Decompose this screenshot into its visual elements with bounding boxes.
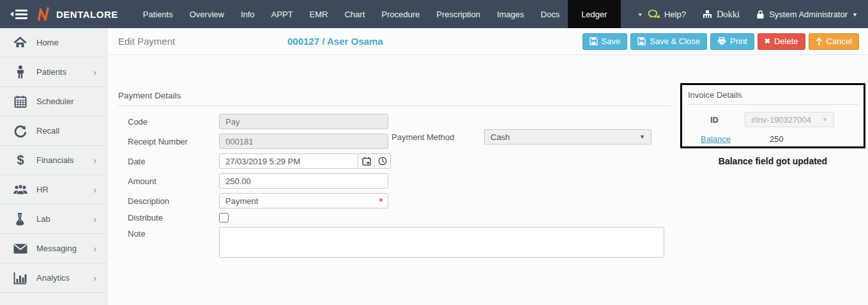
tab-images[interactable]: Images: [489, 0, 533, 28]
description-field-row: Description *: [118, 193, 868, 208]
date-input[interactable]: [219, 153, 358, 169]
dropdown-caret-icon: ▼: [822, 116, 828, 123]
sidebar-item-hr[interactable]: HR ›: [0, 175, 107, 205]
calendar-icon: [12, 95, 28, 108]
logo-zigzag-icon: [37, 6, 50, 22]
help-menu[interactable]: Help?: [648, 10, 686, 19]
print-button-label: Print: [730, 36, 747, 46]
tab-patients[interactable]: Patients: [135, 0, 181, 28]
save-and-close-button-label: Save & Close: [650, 36, 700, 46]
submenu-chevron-icon: ›: [93, 185, 96, 194]
delete-button[interactable]: ✖ Delete: [758, 33, 805, 50]
action-buttons: Save Save & Close Print ✖ Delete Cancel: [582, 33, 859, 50]
sidebar-item-label: Recall: [36, 126, 59, 136]
description-input[interactable]: [219, 193, 388, 208]
submenu-chevron-icon: ›: [93, 155, 96, 165]
submenu-chevron-icon: ›: [93, 214, 96, 224]
note-textarea[interactable]: [219, 227, 664, 258]
balance-link[interactable]: Balance: [701, 134, 745, 144]
cancel-button-label: Cancel: [826, 36, 852, 46]
payment-method-field-row: Payment Method Cash ▼: [392, 129, 651, 145]
note-label: Note: [118, 227, 219, 239]
save-button[interactable]: Save: [582, 33, 628, 50]
sidebar-item-label: Lab: [36, 214, 50, 224]
brand-name: DENTALORE: [56, 9, 118, 20]
tab-info[interactable]: Info: [232, 0, 263, 28]
payment-method-value: Cash: [491, 132, 510, 142]
tab-prescription[interactable]: Prescription: [428, 0, 489, 28]
nav-more-caret-icon[interactable]: ▾: [639, 0, 642, 28]
tab-appt[interactable]: APPT: [263, 0, 301, 28]
patient-record-link[interactable]: 000127 / Aser Osama: [287, 36, 383, 47]
sidebar-item-scheduler[interactable]: Scheduler: [0, 87, 107, 116]
page-title: Edit Payment: [118, 36, 175, 47]
sidebar-item-patients[interactable]: Patients ›: [0, 58, 107, 87]
balance-value: 250: [770, 134, 784, 144]
code-label: Code: [118, 117, 219, 127]
sidebar-collapse-icon[interactable]: [0, 0, 37, 28]
section-title-payment-details: Payment Details: [118, 88, 671, 106]
svg-text:$: $: [17, 153, 24, 167]
code-input: [219, 114, 388, 129]
calendar-picker-button[interactable]: [358, 154, 374, 168]
content-header: Edit Payment 000127 / Aser Osama Save Sa…: [107, 28, 868, 55]
annotation-balance-updated: Balance field got updated: [680, 156, 865, 166]
sidebar-item-label: Scheduler: [36, 97, 74, 106]
home-icon: [12, 36, 28, 49]
tab-ledger[interactable]: Ledger: [568, 0, 620, 28]
save-and-close-button[interactable]: Save & Close: [630, 33, 707, 50]
description-label: Description: [118, 196, 219, 206]
time-picker-button[interactable]: [374, 154, 390, 168]
invoice-details-panel: Invoice Details ID #Inv-190327004 ▼ Bala…: [680, 83, 865, 148]
sidebar-item-recall[interactable]: Recall: [0, 116, 107, 146]
receipt-number-label: Receipt Number: [118, 137, 219, 146]
amount-label: Amount: [118, 176, 219, 186]
amount-field-row: Amount: [118, 173, 868, 189]
dollar-icon: $: [12, 153, 28, 168]
content-area: Edit Payment 000127 / Aser Osama Save Sa…: [107, 28, 868, 305]
dropdown-caret-icon: ▼: [639, 134, 645, 140]
submenu-chevron-icon: ›: [93, 67, 96, 77]
flask-icon: [12, 212, 28, 226]
cancel-button[interactable]: Cancel: [809, 33, 859, 50]
sidebar-item-lab[interactable]: Lab ›: [0, 205, 107, 234]
topbar-right-cluster: Help? Dokki System Administrator ▾: [648, 0, 868, 28]
distribute-checkbox[interactable]: [219, 213, 229, 223]
user-menu-caret-icon: ▾: [853, 11, 857, 18]
save-disk-icon: [637, 37, 646, 45]
sidebar-item-label: Home: [36, 38, 59, 47]
sidebar-item-home[interactable]: Home: [0, 28, 107, 58]
print-button[interactable]: Print: [710, 33, 754, 50]
invoice-id-value: #Inv-190327004: [751, 115, 811, 125]
amount-input[interactable]: [219, 173, 388, 189]
required-asterisk-icon: *: [379, 196, 383, 207]
sidebar-item-label: Messaging: [36, 244, 77, 253]
receipt-number-input: [219, 134, 388, 149]
tab-procedure[interactable]: Procedure: [373, 0, 428, 28]
clock-icon: [378, 157, 387, 166]
delete-button-label: Delete: [774, 36, 798, 46]
calendar-icon: [362, 157, 371, 166]
tab-docs[interactable]: Docs: [533, 0, 568, 28]
sidebar-item-analytics[interactable]: Analytics ›: [0, 263, 107, 293]
help-label: Help?: [664, 10, 686, 19]
invoice-details-title: Invoice Details: [687, 88, 858, 105]
date-label: Date: [118, 157, 219, 166]
clinic-selector[interactable]: Dokki: [703, 9, 740, 20]
tab-chart[interactable]: Chart: [336, 0, 373, 28]
tab-overview[interactable]: Overview: [181, 0, 232, 28]
user-menu[interactable]: System Administrator ▾: [756, 10, 857, 19]
tab-emr[interactable]: EMR: [301, 0, 337, 28]
user-name: System Administrator: [769, 10, 848, 19]
invoice-id-dropdown: #Inv-190327004 ▼: [745, 112, 834, 127]
distribute-field-row: Distribute: [118, 213, 868, 223]
sidebar-item-financials[interactable]: $ Financials ›: [0, 146, 107, 175]
sidebar-item-messaging[interactable]: Messaging ›: [0, 234, 107, 263]
payment-method-dropdown[interactable]: Cash ▼: [484, 129, 651, 145]
app-logo: DENTALORE: [37, 0, 118, 28]
lock-icon: [756, 10, 765, 19]
note-field-row: Note: [118, 227, 868, 258]
invoice-id-row: ID #Inv-190327004 ▼: [687, 112, 858, 127]
sidebar-item-label: Analytics: [36, 273, 70, 283]
sidebar-item-label: Financials: [36, 155, 74, 165]
